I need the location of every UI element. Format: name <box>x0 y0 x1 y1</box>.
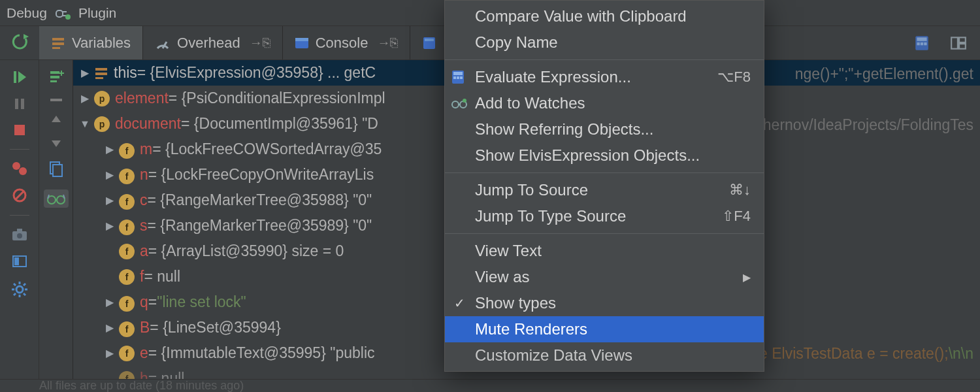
shortcut-label: ⇧F4 <box>722 208 751 225</box>
stop-icon[interactable] <box>12 123 27 137</box>
svg-rect-0 <box>56 10 63 17</box>
layout-settings-icon[interactable] <box>12 253 27 269</box>
tab-console-label: Console <box>316 35 368 52</box>
variables-actions <box>39 60 73 379</box>
tab-variables-label: Variables <box>72 35 131 52</box>
menu-jump-to-type-source[interactable]: Jump To Type Source ⇧F4 <box>445 203 764 229</box>
menu-view-as[interactable]: View as ▶ <box>445 264 764 290</box>
mute-breakpoints-icon[interactable] <box>12 188 27 203</box>
tab-console[interactable]: Console →⎘ <box>283 26 411 59</box>
menu-separator <box>445 233 764 234</box>
menu-show-type-objects[interactable]: Show ElvisExpression Objects... <box>445 142 764 169</box>
menu-jump-to-source[interactable]: Jump To Source ⌘↓ <box>445 177 764 203</box>
field-badge-icon: f <box>119 269 135 285</box>
svg-rect-13 <box>917 37 926 41</box>
settings-icon[interactable] <box>11 281 28 298</box>
svg-line-27 <box>15 191 24 200</box>
menu-copy-name[interactable]: Copy Name <box>445 29 764 56</box>
svg-point-61 <box>452 101 459 108</box>
expand-arrow-icon[interactable]: ▶ <box>101 194 119 206</box>
move-down-icon[interactable] <box>50 137 62 149</box>
separator <box>10 149 29 150</box>
variables-icon <box>51 36 65 50</box>
svg-point-24 <box>12 162 20 170</box>
editor-ghost-line-1: nge()+";"+getElement().get <box>795 65 973 83</box>
status-bar: All files are up to date (18 minutes ago… <box>0 379 980 392</box>
resume-icon[interactable] <box>12 69 27 85</box>
separator <box>10 215 29 216</box>
field-badge-icon: f <box>119 194 135 210</box>
svg-rect-20 <box>14 71 16 83</box>
layout-icon[interactable] <box>950 35 967 52</box>
expand-arrow-icon[interactable]: ▶ <box>101 169 119 181</box>
svg-point-29 <box>17 233 22 238</box>
move-up-icon[interactable] <box>50 114 62 125</box>
menu-add-to-watches[interactable]: Add to Watches <box>445 90 764 116</box>
remove-watch-icon[interactable] <box>49 98 63 102</box>
detach-icon[interactable]: →⎘ <box>250 35 270 50</box>
log-icon <box>422 36 436 50</box>
field-badge-icon: f <box>119 371 135 380</box>
menu-compare-clipboard[interactable]: Compare Value with Clipboard <box>445 3 764 29</box>
svg-rect-15 <box>921 42 923 44</box>
copy-icon[interactable] <box>48 161 64 178</box>
tab-overhead[interactable]: Overhead →⎘ <box>143 26 283 59</box>
svg-line-38 <box>14 284 16 286</box>
expand-arrow-icon[interactable]: ▶ <box>101 220 119 232</box>
svg-rect-4 <box>52 38 64 41</box>
view-breakpoints-icon[interactable] <box>11 161 28 176</box>
debugger-toolbar <box>913 26 980 59</box>
overhead-icon <box>155 35 171 51</box>
camera-icon[interactable] <box>11 227 28 242</box>
run-config-name: Plugin <box>78 5 116 21</box>
svg-rect-32 <box>14 257 19 265</box>
calculator-icon <box>451 70 468 84</box>
svg-rect-30 <box>17 229 22 232</box>
field-badge-icon: f <box>119 220 135 235</box>
menu-evaluate-expression[interactable]: Evaluate Expression... ⌥F8 <box>445 64 764 90</box>
expand-arrow-icon[interactable]: ▶ <box>101 143 119 155</box>
plugin-icon <box>55 7 72 20</box>
submenu-arrow-icon: ▶ <box>743 271 751 284</box>
expand-arrow-icon[interactable]: ▶ <box>101 321 119 334</box>
menu-customize-data-views[interactable]: Customize Data Views <box>445 342 764 368</box>
expand-arrow-icon[interactable]: ▶ <box>76 67 94 79</box>
field-badge-icon: f <box>119 296 135 312</box>
menu-show-types[interactable]: ✓ Show types <box>445 290 764 316</box>
svg-rect-54 <box>95 73 107 75</box>
console-icon <box>295 36 309 50</box>
shortcut-label: ⌘↓ <box>729 182 751 199</box>
svg-rect-59 <box>457 76 459 79</box>
svg-line-40 <box>14 293 16 295</box>
pause-icon[interactable] <box>12 97 27 111</box>
svg-rect-55 <box>95 77 103 79</box>
tab-variables[interactable]: Variables <box>39 26 143 59</box>
svg-rect-16 <box>924 42 926 44</box>
field-badge-icon: f <box>119 244 135 259</box>
detach-icon[interactable]: →⎘ <box>377 35 398 50</box>
svg-rect-11 <box>425 39 434 41</box>
expand-arrow-icon[interactable]: ▶ <box>101 296 119 308</box>
collapse-arrow-icon[interactable]: ▼ <box>76 118 94 130</box>
glasses-icon <box>451 98 468 108</box>
menu-mute-renderers[interactable]: Mute Renderers <box>445 316 764 342</box>
shortcut-label: ⌥F8 <box>717 69 751 86</box>
glasses-icon[interactable] <box>44 189 69 208</box>
calculator-icon[interactable] <box>913 35 930 52</box>
rerun-icon[interactable] <box>10 33 29 51</box>
svg-point-51 <box>57 196 65 204</box>
svg-rect-53 <box>95 68 107 71</box>
expand-arrow-icon[interactable]: ▶ <box>76 92 94 105</box>
svg-point-3 <box>65 14 71 20</box>
svg-line-39 <box>24 293 25 295</box>
field-badge-icon: f <box>119 169 135 184</box>
add-watch-icon[interactable] <box>48 69 65 86</box>
expand-arrow-icon[interactable]: ▶ <box>101 347 119 359</box>
menu-show-referring[interactable]: Show Referring Objects... <box>445 116 764 142</box>
menu-separator <box>445 59 764 60</box>
menu-view-text[interactable]: View Text <box>445 238 764 264</box>
svg-point-25 <box>19 167 27 175</box>
svg-rect-23 <box>14 125 25 135</box>
svg-point-50 <box>48 196 56 204</box>
svg-rect-22 <box>21 99 24 109</box>
